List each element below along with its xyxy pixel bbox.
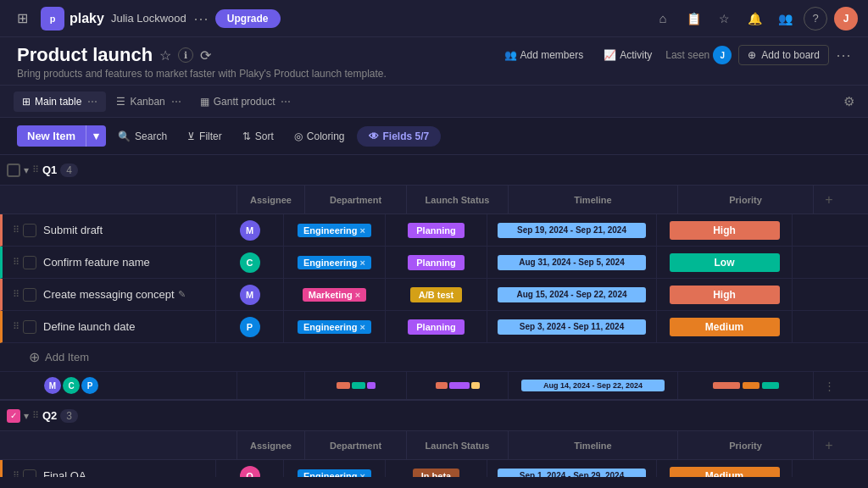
summary-avatar-c: C (63, 377, 80, 394)
row-checkbox[interactable] (23, 256, 36, 269)
row-checkbox[interactable] (23, 469, 36, 478)
row-name: Final QA (36, 460, 216, 477)
row-drag-icon[interactable]: ⠿ (13, 225, 23, 236)
people-icon[interactable]: 👥 (773, 7, 797, 30)
assignee-cell[interactable]: M (216, 279, 284, 310)
project-description: Bring products and features to market fa… (17, 68, 851, 80)
nav-more-icon[interactable]: ⋯ (193, 9, 209, 28)
project-refresh-icon[interactable]: ⟳ (200, 47, 211, 64)
upgrade-button[interactable]: Upgrade (215, 9, 281, 28)
new-item-arrow-icon[interactable]: ▾ (86, 125, 106, 147)
q2-drag-icon[interactable]: ⠿ (32, 410, 39, 421)
q1-checkbox[interactable] (7, 164, 20, 177)
dept-cell[interactable]: Engineering× (284, 311, 386, 342)
q2-title: Q2 (42, 409, 57, 422)
table-row: ⠿ Define launch date P Engineering× Plan… (0, 311, 868, 343)
timeline-cell[interactable]: Sep 3, 2024 - Sep 11, 2024 (487, 311, 657, 342)
priority-cell[interactable]: Medium (657, 311, 793, 342)
dept-cell[interactable]: Marketing× (284, 279, 386, 310)
project-more-icon[interactable]: ⋯ (836, 46, 851, 64)
dept-cell[interactable]: Engineering× (284, 460, 386, 477)
timeline-cell[interactable]: Sep 1, 2024 - Sep 29, 2024 (487, 460, 657, 477)
row-drag-icon[interactable]: ⠿ (13, 470, 23, 477)
tab-gantt[interactable]: ▦ Gantt product ⋯ (192, 92, 300, 112)
fields-eye-icon: 👁 (369, 130, 379, 142)
col-header-add-q2[interactable]: + (814, 431, 844, 459)
assignee-cell[interactable]: Q (216, 460, 284, 477)
gantt-more-icon[interactable]: ⋯ (281, 96, 291, 108)
main-table-more-icon[interactable]: ⋯ (87, 96, 97, 108)
timeline-cell[interactable]: Aug 31, 2024 - Sep 5, 2024 (487, 247, 657, 278)
project-info-icon[interactable]: ℹ (178, 47, 193, 63)
timeline-cell[interactable]: Aug 15, 2024 - Sep 22, 2024 (487, 279, 657, 310)
inbox-icon[interactable]: 📋 (682, 7, 705, 30)
timeline-cell[interactable]: Sep 19, 2024 - Sep 21, 2024 (487, 214, 657, 246)
assignee-cell[interactable]: P (216, 311, 284, 342)
launch-cell[interactable]: Planning (386, 247, 487, 278)
q2-section: ✓ ▾ ⠿ Q2 3 Assignee Department Launch St… (0, 401, 868, 477)
add-members-button[interactable]: 👥 Add members (498, 46, 591, 64)
table-row: ⠿ Final QA Q Engineering× In beta Sep 1,… (0, 460, 868, 477)
priority-cell[interactable]: Low (657, 247, 793, 278)
q2-checkbox[interactable]: ✓ (7, 409, 20, 423)
q1-drag-icon[interactable]: ⠿ (32, 164, 39, 175)
q2-toggle-icon[interactable]: ▾ (24, 410, 29, 422)
q1-toggle-icon[interactable]: ▾ (24, 164, 29, 176)
user-avatar[interactable]: J (834, 7, 858, 30)
avatar: C (240, 252, 260, 273)
project-title: Product launch (17, 44, 153, 66)
star-nav-icon[interactable]: ☆ (712, 7, 736, 30)
fields-button[interactable]: 👁 Fields 5/7 (357, 126, 442, 147)
row-drag-icon[interactable]: ⠿ (13, 257, 23, 268)
help-icon[interactable]: ? (804, 7, 827, 30)
q2-col-headers: Assignee Department Launch Status Timeli… (0, 431, 868, 460)
launch-cell[interactable]: Planning (386, 311, 487, 342)
tab-kanban[interactable]: ☰ Kanban ⋯ (108, 92, 189, 112)
row-drag-icon[interactable]: ⠿ (13, 289, 23, 300)
assignee-cell[interactable]: C (216, 247, 284, 278)
edit-icon[interactable]: ✎ (178, 289, 186, 300)
new-item-button[interactable]: New Item ▾ (17, 125, 106, 147)
kanban-more-icon[interactable]: ⋯ (171, 96, 181, 108)
launch-cell[interactable]: Planning (386, 214, 487, 246)
home-icon[interactable]: ⌂ (651, 7, 675, 30)
col-header-launch-q2: Launch Status (407, 431, 509, 459)
activity-button[interactable]: 📈 Activity (597, 46, 659, 64)
row-name: Submit draft (36, 214, 216, 246)
assignee-cell[interactable]: M (216, 214, 284, 246)
col-header-add[interactable]: + (814, 186, 844, 214)
search-button[interactable]: 🔍 Search (109, 126, 175, 147)
row-checkbox[interactable] (23, 320, 36, 334)
add-members-icon: 👥 (504, 49, 517, 61)
sort-button[interactable]: ⇅ Sort (234, 126, 282, 147)
bell-icon[interactable]: 🔔 (743, 7, 766, 30)
grid-icon[interactable]: ⊞ (10, 7, 34, 30)
priority-cell[interactable]: High (657, 214, 793, 246)
table-container: ▾ ⠿ Q1 4 Assignee Department Launch Stat… (0, 155, 868, 477)
priority-cell[interactable]: High (657, 279, 793, 310)
add-to-board-button[interactable]: ⊕ Add to board (738, 45, 829, 65)
launch-cell[interactable]: A/B test (386, 279, 487, 310)
launch-cell[interactable]: In beta (386, 460, 487, 477)
last-seen-area: Last seen J (665, 46, 732, 64)
col-header-assignee: Assignee (237, 186, 305, 214)
launch-badge: A/B test (410, 287, 463, 302)
filter-button[interactable]: ⊻ Filter (179, 126, 231, 147)
coloring-button[interactable]: ◎ Coloring (286, 126, 353, 147)
row-drag-icon[interactable]: ⠿ (13, 321, 23, 332)
row-checkbox[interactable] (23, 288, 36, 302)
dept-cell[interactable]: Engineering× (284, 247, 386, 278)
kanban-icon: ☰ (116, 96, 125, 108)
table-row: ⠿ Create messaging concept ✎ M Marketing… (0, 279, 868, 311)
dept-cell[interactable]: Engineering× (284, 214, 386, 246)
avatar: P (240, 317, 260, 337)
tab-main-table[interactable]: ⊞ Main table ⋯ (14, 92, 106, 112)
row-name: Create messaging concept ✎ (36, 279, 216, 310)
add-item-row[interactable]: ⊕ Add Item (0, 343, 868, 372)
priority-cell[interactable]: Medium (657, 460, 793, 477)
row-checkbox[interactable] (23, 224, 36, 237)
q1-col-headers: Assignee Department Launch Status Timeli… (0, 186, 868, 214)
project-star-icon[interactable]: ☆ (159, 47, 171, 64)
table-settings-icon[interactable]: ⚙ (843, 94, 854, 109)
table-row: ⠿ Confirm feature name C Engineering× Pl… (0, 247, 868, 279)
